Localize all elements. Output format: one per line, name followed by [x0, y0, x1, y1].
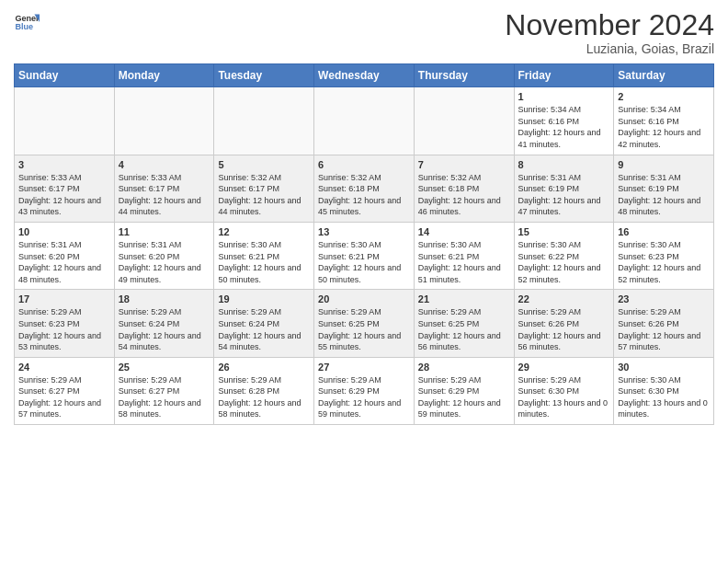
day-number: 10 — [18, 226, 110, 237]
day-info: Sunrise: 5:31 AMSunset: 6:19 PMDaylight:… — [518, 172, 610, 218]
calendar-cell: 20Sunrise: 5:29 AMSunset: 6:25 PMDayligh… — [314, 290, 415, 357]
day-number: 7 — [418, 159, 510, 170]
day-info: Sunrise: 5:29 AMSunset: 6:26 PMDaylight:… — [518, 306, 610, 352]
calendar-cell: 5Sunrise: 5:32 AMSunset: 6:17 PMDaylight… — [214, 155, 314, 222]
weekday-header-sunday: Sunday — [15, 64, 115, 87]
header: General Blue November 2024 Luziania, Goi… — [14, 9, 714, 56]
day-number: 28 — [418, 362, 510, 373]
calendar-week-row: 10Sunrise: 5:31 AMSunset: 6:20 PMDayligh… — [15, 222, 714, 289]
day-number: 30 — [618, 362, 710, 373]
day-number: 1 — [518, 91, 610, 102]
day-number: 16 — [618, 226, 710, 237]
weekday-header-saturday: Saturday — [614, 64, 714, 87]
calendar-subtitle: Luziania, Goias, Brazil — [505, 41, 714, 56]
calendar-cell: 16Sunrise: 5:30 AMSunset: 6:23 PMDayligh… — [614, 222, 714, 289]
day-info: Sunrise: 5:32 AMSunset: 6:18 PMDaylight:… — [418, 172, 510, 218]
calendar-cell: 13Sunrise: 5:30 AMSunset: 6:21 PMDayligh… — [314, 222, 415, 289]
day-number: 5 — [218, 159, 310, 170]
day-number: 20 — [318, 293, 410, 304]
calendar-cell — [214, 87, 314, 155]
calendar-cell: 17Sunrise: 5:29 AMSunset: 6:23 PMDayligh… — [15, 290, 115, 357]
calendar-cell: 7Sunrise: 5:32 AMSunset: 6:18 PMDaylight… — [414, 155, 514, 222]
day-number: 26 — [218, 362, 310, 373]
logo-icon: General Blue — [14, 9, 40, 35]
day-info: Sunrise: 5:29 AMSunset: 6:25 PMDaylight:… — [418, 306, 510, 352]
day-info: Sunrise: 5:29 AMSunset: 6:23 PMDaylight:… — [18, 306, 110, 352]
calendar-cell: 12Sunrise: 5:30 AMSunset: 6:21 PMDayligh… — [214, 222, 314, 289]
day-info: Sunrise: 5:29 AMSunset: 6:26 PMDaylight:… — [618, 306, 710, 352]
day-info: Sunrise: 5:31 AMSunset: 6:20 PMDaylight:… — [18, 239, 110, 285]
calendar-cell: 25Sunrise: 5:29 AMSunset: 6:27 PMDayligh… — [114, 357, 214, 424]
calendar-cell: 2Sunrise: 5:34 AMSunset: 6:16 PMDaylight… — [614, 87, 714, 155]
calendar-cell: 29Sunrise: 5:29 AMSunset: 6:30 PMDayligh… — [514, 357, 614, 424]
day-number: 25 — [119, 362, 210, 373]
svg-text:Blue: Blue — [15, 22, 33, 31]
day-number: 19 — [218, 293, 310, 304]
calendar-cell: 22Sunrise: 5:29 AMSunset: 6:26 PMDayligh… — [514, 290, 614, 357]
page: General Blue November 2024 Luziania, Goi… — [0, 0, 728, 563]
calendar-title: November 2024 — [505, 9, 714, 41]
calendar-week-row: 24Sunrise: 5:29 AMSunset: 6:27 PMDayligh… — [15, 357, 714, 424]
calendar-week-row: 3Sunrise: 5:33 AMSunset: 6:17 PMDaylight… — [15, 155, 714, 222]
calendar-cell: 11Sunrise: 5:31 AMSunset: 6:20 PMDayligh… — [114, 222, 214, 289]
day-number: 14 — [418, 226, 510, 237]
calendar-cell: 19Sunrise: 5:29 AMSunset: 6:24 PMDayligh… — [214, 290, 314, 357]
weekday-header-friday: Friday — [514, 64, 614, 87]
day-number: 24 — [18, 362, 110, 373]
day-number: 18 — [119, 293, 210, 304]
day-info: Sunrise: 5:33 AMSunset: 6:17 PMDaylight:… — [18, 172, 110, 218]
day-number: 9 — [618, 159, 710, 170]
day-number: 17 — [18, 293, 110, 304]
day-info: Sunrise: 5:29 AMSunset: 6:29 PMDaylight:… — [318, 374, 410, 420]
calendar-week-row: 17Sunrise: 5:29 AMSunset: 6:23 PMDayligh… — [15, 290, 714, 357]
day-info: Sunrise: 5:33 AMSunset: 6:17 PMDaylight:… — [119, 172, 210, 218]
day-number: 13 — [318, 226, 410, 237]
day-info: Sunrise: 5:29 AMSunset: 6:25 PMDaylight:… — [318, 306, 410, 352]
calendar-cell: 21Sunrise: 5:29 AMSunset: 6:25 PMDayligh… — [414, 290, 514, 357]
day-number: 15 — [518, 226, 610, 237]
day-number: 27 — [318, 362, 410, 373]
weekday-header-thursday: Thursday — [414, 64, 514, 87]
calendar-cell: 9Sunrise: 5:31 AMSunset: 6:19 PMDaylight… — [614, 155, 714, 222]
day-number: 4 — [119, 159, 210, 170]
day-info: Sunrise: 5:29 AMSunset: 6:27 PMDaylight:… — [119, 374, 210, 420]
calendar-cell: 6Sunrise: 5:32 AMSunset: 6:18 PMDaylight… — [314, 155, 415, 222]
calendar-cell: 28Sunrise: 5:29 AMSunset: 6:29 PMDayligh… — [414, 357, 514, 424]
calendar-cell: 3Sunrise: 5:33 AMSunset: 6:17 PMDaylight… — [15, 155, 115, 222]
weekday-header-row: SundayMondayTuesdayWednesdayThursdayFrid… — [15, 64, 714, 87]
calendar-cell — [15, 87, 115, 155]
day-number: 12 — [218, 226, 310, 237]
day-info: Sunrise: 5:29 AMSunset: 6:30 PMDaylight:… — [518, 374, 610, 420]
calendar-week-row: 1Sunrise: 5:34 AMSunset: 6:16 PMDaylight… — [15, 87, 714, 155]
calendar-cell — [114, 87, 214, 155]
calendar-cell: 18Sunrise: 5:29 AMSunset: 6:24 PMDayligh… — [114, 290, 214, 357]
title-block: November 2024 Luziania, Goias, Brazil — [505, 9, 714, 56]
day-number: 6 — [318, 159, 410, 170]
day-number: 21 — [418, 293, 510, 304]
logo: General Blue — [14, 9, 40, 35]
calendar-cell: 15Sunrise: 5:30 AMSunset: 6:22 PMDayligh… — [514, 222, 614, 289]
day-info: Sunrise: 5:30 AMSunset: 6:22 PMDaylight:… — [518, 239, 610, 285]
day-number: 3 — [18, 159, 110, 170]
day-info: Sunrise: 5:30 AMSunset: 6:21 PMDaylight:… — [218, 239, 310, 285]
day-number: 11 — [119, 226, 210, 237]
day-info: Sunrise: 5:29 AMSunset: 6:28 PMDaylight:… — [218, 374, 310, 420]
day-info: Sunrise: 5:32 AMSunset: 6:18 PMDaylight:… — [318, 172, 410, 218]
day-number: 23 — [618, 293, 710, 304]
calendar-cell: 23Sunrise: 5:29 AMSunset: 6:26 PMDayligh… — [614, 290, 714, 357]
calendar-cell — [314, 87, 415, 155]
day-number: 8 — [518, 159, 610, 170]
calendar-table: SundayMondayTuesdayWednesdayThursdayFrid… — [14, 63, 714, 425]
weekday-header-monday: Monday — [114, 64, 214, 87]
calendar-cell: 8Sunrise: 5:31 AMSunset: 6:19 PMDaylight… — [514, 155, 614, 222]
calendar-cell: 10Sunrise: 5:31 AMSunset: 6:20 PMDayligh… — [15, 222, 115, 289]
day-info: Sunrise: 5:29 AMSunset: 6:29 PMDaylight:… — [418, 374, 510, 420]
calendar-cell: 4Sunrise: 5:33 AMSunset: 6:17 PMDaylight… — [114, 155, 214, 222]
day-info: Sunrise: 5:34 AMSunset: 6:16 PMDaylight:… — [518, 104, 610, 150]
calendar-cell: 14Sunrise: 5:30 AMSunset: 6:21 PMDayligh… — [414, 222, 514, 289]
calendar-cell: 30Sunrise: 5:30 AMSunset: 6:30 PMDayligh… — [614, 357, 714, 424]
calendar-cell: 1Sunrise: 5:34 AMSunset: 6:16 PMDaylight… — [514, 87, 614, 155]
day-info: Sunrise: 5:30 AMSunset: 6:23 PMDaylight:… — [618, 239, 710, 285]
weekday-header-tuesday: Tuesday — [214, 64, 314, 87]
day-info: Sunrise: 5:30 AMSunset: 6:21 PMDaylight:… — [318, 239, 410, 285]
